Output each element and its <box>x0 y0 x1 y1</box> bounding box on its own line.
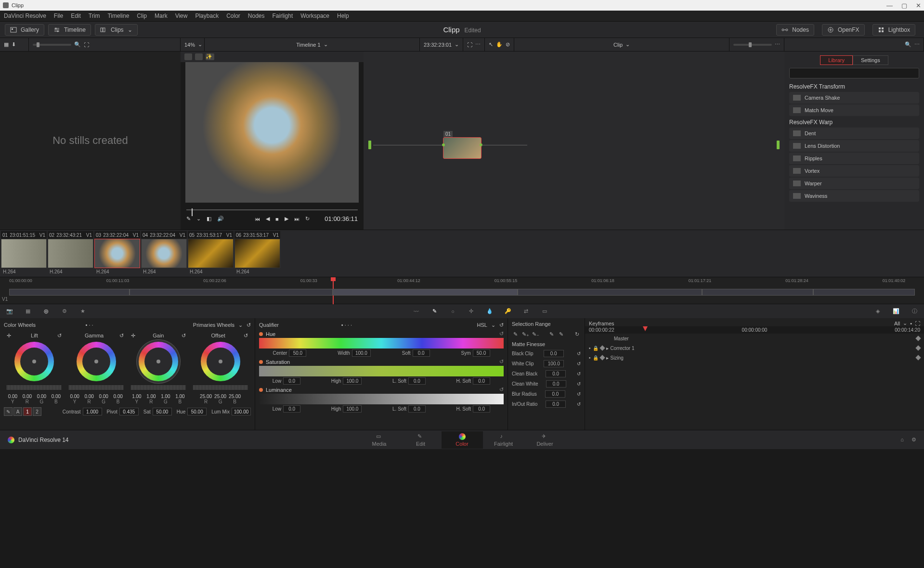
more-icon[interactable]: ⋯ <box>914 41 920 48</box>
menu-timeline[interactable]: Timeline <box>107 13 129 19</box>
wheel-value[interactable]: 25.00 <box>214 394 227 399</box>
menu-color[interactable]: Color <box>226 13 240 19</box>
hue-reset[interactable]: ↺ <box>499 331 504 337</box>
reset-icon[interactable]: ↺ <box>577 351 581 356</box>
hue-soft-value[interactable]: 0.0 <box>413 349 430 357</box>
master-strip[interactable] <box>69 385 124 390</box>
reset-icon[interactable]: ↺ <box>577 371 581 376</box>
kf-diamond[interactable] <box>599 355 605 360</box>
auto-balance[interactable]: A <box>13 407 22 416</box>
wheel-value[interactable]: 0.00 <box>49 394 63 399</box>
hand-icon[interactable]: ✋ <box>496 41 503 48</box>
lum-hsoft-value[interactable]: 0.0 <box>473 405 490 413</box>
kf-diamond[interactable] <box>599 345 605 350</box>
lum-bar[interactable] <box>259 394 504 404</box>
timeline-name[interactable]: Timeline 1 <box>296 42 320 48</box>
menu-workspace[interactable]: Workspace <box>300 13 329 19</box>
reset-icon[interactable]: ↺ <box>182 333 186 339</box>
kf-row-sizing[interactable]: •🔒▸Sizing <box>585 353 924 362</box>
node-input-dot[interactable] <box>442 143 445 146</box>
search-icon[interactable]: 🔍 <box>74 41 81 48</box>
reset-icon[interactable]: ↺ <box>577 381 581 387</box>
motion-effects-icon[interactable]: ★ <box>77 307 89 316</box>
picker-tool[interactable]: ✎ <box>512 330 519 338</box>
openfx-button[interactable]: OpenFX <box>822 24 865 36</box>
tab-settings[interactable]: Settings <box>853 55 888 65</box>
hue-sym-value[interactable]: 50.0 <box>473 349 490 357</box>
color-wheel[interactable] <box>77 342 116 381</box>
sat-value[interactable] <box>153 408 172 415</box>
picker-icon[interactable]: ✛ <box>7 333 11 339</box>
color-wheel[interactable] <box>139 342 178 381</box>
key-icon[interactable]: 🔑 <box>502 307 514 316</box>
reset-icon[interactable]: ↺ <box>577 391 581 397</box>
fx-item[interactable]: Dent <box>789 128 919 139</box>
hue-bar[interactable] <box>259 338 504 349</box>
lightbox-button[interactable]: Lightbox <box>872 24 915 36</box>
play-icon[interactable]: ▶ <box>285 216 288 222</box>
kf-diamond[interactable] <box>915 336 921 341</box>
lum-high-value[interactable]: 100.0 <box>343 405 362 413</box>
expand-icon[interactable]: ⛶ <box>915 321 920 326</box>
timeline-button[interactable]: Timeline <box>48 24 91 36</box>
maximize-button[interactable]: ▢ <box>901 2 907 9</box>
wheel-value[interactable]: 25.00 <box>199 394 213 399</box>
hue-width-value[interactable]: 100.0 <box>352 349 371 357</box>
loop-icon[interactable]: ↻ <box>305 216 310 222</box>
kf-playhead[interactable] <box>643 326 648 331</box>
feather-add[interactable]: ✎ <box>558 330 565 338</box>
rgb-mixer-icon[interactable]: ⚙ <box>59 307 70 316</box>
sat-hsoft-value[interactable]: 0.0 <box>473 377 490 385</box>
sat-high-value[interactable]: 100.0 <box>343 377 362 385</box>
page-fairlight[interactable]: ♪Fairlight <box>483 431 524 449</box>
node-input-bar[interactable] <box>368 141 371 149</box>
blur-icon[interactable]: 💧 <box>484 307 495 316</box>
wheel-value[interactable]: 0.00 <box>35 394 48 399</box>
clips-button[interactable]: Clips⌄ <box>95 24 138 36</box>
stop-icon[interactable]: ■ <box>275 216 279 222</box>
gallery-zoom-slider[interactable] <box>33 44 71 46</box>
primaries-mode[interactable]: Primaries Wheels <box>193 322 234 328</box>
wheel-value[interactable]: 1.00 <box>144 394 158 399</box>
wheel-value[interactable]: 1.00 <box>173 394 187 399</box>
volume-icon[interactable]: 🔊 <box>217 216 224 222</box>
master-strip[interactable] <box>131 385 186 390</box>
menu-clip[interactable]: Clip <box>137 13 147 19</box>
wheel-value[interactable]: 0.00 <box>97 394 110 399</box>
node-01[interactable]: 01 <box>443 137 482 159</box>
node-zoom-slider[interactable] <box>733 44 772 46</box>
menu-playback[interactable]: Playback <box>195 13 219 19</box>
reset-icon[interactable]: ↺ <box>247 322 251 328</box>
clip-thumbnail[interactable]: 0523:31:53:17V1H.264 <box>188 231 234 276</box>
view-mode-3[interactable]: ✨ <box>206 53 214 60</box>
close-button[interactable]: ✕ <box>916 2 921 9</box>
matte-param-value[interactable]: 100.0 <box>544 360 564 367</box>
menu-view[interactable]: View <box>175 13 188 19</box>
disable-icon[interactable]: ⊘ <box>506 41 510 48</box>
keyframes-all[interactable]: All <box>894 321 900 326</box>
lum-low-value[interactable]: 0.0 <box>283 405 300 413</box>
expand-icon[interactable]: ⛶ <box>84 42 89 48</box>
menu-mark[interactable]: Mark <box>155 13 168 19</box>
picker-icon[interactable]: ✎ <box>186 216 191 222</box>
page-color[interactable]: Color <box>442 431 483 449</box>
tab-library[interactable]: Library <box>820 55 853 65</box>
clip-thumbnail[interactable]: 0623:31:53:17V1H.264 <box>234 231 280 276</box>
master-strip[interactable] <box>193 385 248 390</box>
hue-enable-dot[interactable] <box>259 332 263 336</box>
fx-item[interactable]: Match Move <box>789 104 919 116</box>
zoom-value[interactable]: 14% <box>184 42 195 48</box>
more-icon[interactable]: ⋯ <box>475 41 481 48</box>
settings-icon[interactable]: ⚙ <box>911 437 916 443</box>
sat-reset[interactable]: ↺ <box>499 359 504 365</box>
color-wheel[interactable] <box>201 342 240 381</box>
reset-icon[interactable]: ↺ <box>57 333 62 339</box>
sat-lsoft-value[interactable]: 0.0 <box>408 377 426 385</box>
node-editor[interactable]: 01 <box>364 52 784 230</box>
mini-track[interactable] <box>0 289 924 296</box>
view-mode-2[interactable] <box>195 53 203 60</box>
timeline-tc[interactable]: 23:32:23:01 <box>424 42 452 48</box>
sat-enable-dot[interactable] <box>259 360 263 364</box>
clip-thumbnail[interactable]: 0323:32:22:04V1H.264 <box>94 231 140 276</box>
kf-diamond[interactable] <box>915 355 921 360</box>
